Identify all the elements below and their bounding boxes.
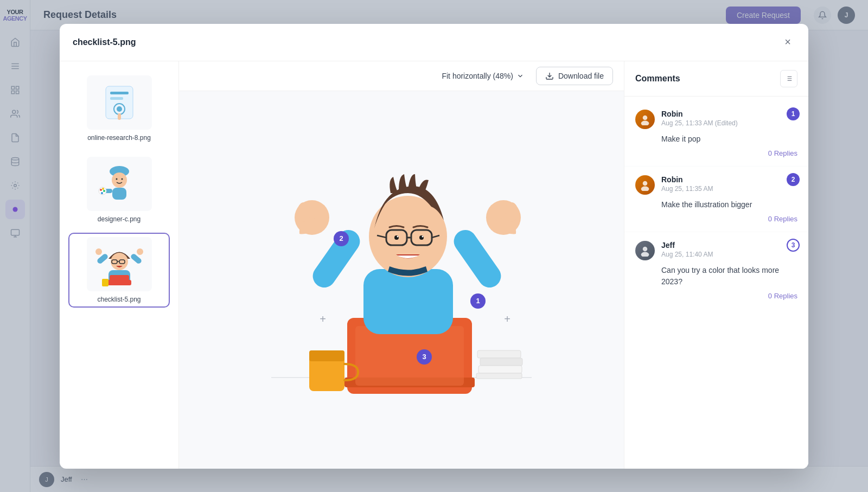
annotation-dot-1[interactable]: 1: [470, 293, 486, 309]
comment-author-1: Robin: [661, 110, 738, 118]
svg-rect-52: [480, 358, 522, 366]
svg-rect-16: [110, 97, 123, 100]
comment-top-1: Robin Aug 25, 11:33 AM (Edited): [635, 110, 797, 129]
avatar-1: [635, 110, 655, 129]
cross-marker-2: +: [502, 314, 513, 325]
comment-item-2: Robin Aug 25, 11:35 AM Make the illustra…: [624, 166, 808, 232]
illustration-container: 2 1 3 + +: [239, 139, 564, 421]
file-list-panel: online-research-8.png: [60, 61, 179, 469]
svg-point-40: [137, 248, 143, 255]
svg-point-28: [100, 189, 102, 191]
svg-point-69: [297, 202, 310, 222]
comment-meta-1: Robin Aug 25, 11:33 AM (Edited): [661, 110, 738, 127]
comments-header: Comments: [624, 61, 808, 97]
modal-body: online-research-8.png: [60, 61, 808, 469]
avatar-2: [635, 175, 655, 195]
svg-rect-51: [477, 350, 521, 358]
comment-time-1: Aug 25, 11:33 AM (Edited): [661, 119, 738, 127]
svg-rect-50: [309, 350, 344, 361]
comment-meta-3: Jeff Aug 25, 11:40 AM: [661, 241, 713, 258]
comment-body-3: Can you try a color that looks more 2023…: [661, 265, 797, 287]
comments-list: Robin Aug 25, 11:33 AM (Edited) Make it …: [624, 97, 808, 469]
svg-point-81: [643, 181, 648, 186]
svg-point-84: [641, 252, 649, 257]
comment-item-1: Robin Aug 25, 11:33 AM (Edited) Make it …: [624, 101, 808, 166]
preview-panel: Fit horizontally (48%) Download file: [179, 61, 624, 469]
modal: checklist-5.png ×: [60, 24, 808, 469]
close-button[interactable]: ×: [780, 35, 795, 50]
svg-point-80: [641, 120, 649, 125]
svg-rect-19: [118, 113, 121, 120]
avatar-3: [635, 241, 655, 260]
comment-time-3: Aug 25, 11:40 AM: [661, 251, 713, 258]
replies-link-1[interactable]: 0 Replies: [661, 149, 797, 157]
file-item-3[interactable]: checklist-5.png: [68, 233, 170, 308]
svg-rect-43: [102, 279, 108, 286]
download-icon: [545, 72, 554, 80]
fit-dropdown-button[interactable]: Fit horizontally (48%): [436, 68, 529, 84]
modal-header: checklist-5.png ×: [60, 24, 808, 61]
svg-rect-21: [116, 167, 123, 171]
svg-rect-53: [478, 366, 522, 373]
file-item-1[interactable]: online-research-8.png: [68, 70, 170, 147]
cross-marker-1: +: [317, 314, 328, 325]
comment-meta-2: Robin Aug 25, 11:35 AM: [661, 175, 713, 193]
replies-link-2[interactable]: 0 Replies: [661, 215, 797, 223]
svg-point-83: [643, 246, 648, 251]
comment-body-1: Make it pop: [661, 133, 797, 145]
annotation-dot-3[interactable]: 3: [417, 349, 432, 365]
comment-body-2: Make the illustration bigger: [661, 199, 797, 210]
svg-point-65: [397, 235, 399, 237]
svg-point-23: [116, 178, 117, 180]
svg-rect-54: [476, 373, 522, 379]
file-thumb-2: [87, 157, 152, 211]
comment-badge-2: 2: [787, 173, 800, 186]
svg-rect-70: [449, 225, 505, 291]
comment-badge-1: 1: [787, 107, 800, 120]
svg-point-29: [102, 188, 104, 190]
download-button[interactable]: Download file: [536, 67, 613, 85]
file-thumb-1: [87, 75, 152, 130]
preview-area: 2 1 3 + +: [179, 91, 624, 469]
file-name-2: designer-c.png: [98, 215, 141, 223]
comment-author-2: Robin: [661, 175, 713, 184]
file-thumb-3: [87, 237, 152, 291]
comments-panel: Comments: [624, 61, 808, 469]
comment-time-2: Aug 25, 11:35 AM: [661, 185, 713, 193]
comment-top-2: Robin Aug 25, 11:35 AM: [635, 175, 797, 195]
preview-toolbar: Fit horizontally (48%) Download file: [179, 61, 624, 91]
svg-point-22: [112, 172, 127, 188]
file-name-1: online-research-8.png: [87, 134, 151, 142]
svg-point-82: [641, 186, 649, 191]
download-label: Download file: [558, 72, 604, 80]
svg-point-18: [117, 106, 122, 112]
comment-badge-3: 3: [787, 239, 800, 252]
comment-top-3: Jeff Aug 25, 11:40 AM: [635, 241, 797, 260]
svg-point-72: [505, 202, 518, 222]
svg-point-24: [121, 178, 123, 180]
svg-point-30: [103, 190, 105, 192]
comment-item-3: Jeff Aug 25, 11:40 AM Can you try a colo…: [624, 232, 808, 309]
filter-button[interactable]: [780, 70, 797, 87]
file-name-3: checklist-5.png: [97, 296, 141, 303]
svg-point-39: [95, 248, 102, 255]
main-illustration: [239, 139, 564, 421]
replies-link-3[interactable]: 0 Replies: [661, 292, 797, 300]
file-item-2[interactable]: designer-c.png: [68, 151, 170, 228]
svg-rect-42: [110, 275, 129, 285]
annotation-dot-2[interactable]: 2: [334, 231, 349, 246]
modal-title: checklist-5.png: [73, 37, 136, 47]
modal-overlay: checklist-5.png ×: [0, 0, 868, 492]
svg-rect-25: [112, 188, 126, 200]
svg-point-31: [101, 192, 103, 194]
edited-label-1: (Edited): [715, 119, 738, 127]
svg-rect-55: [363, 269, 453, 334]
svg-rect-48: [355, 326, 464, 386]
svg-rect-15: [110, 92, 129, 94]
svg-point-66: [422, 235, 424, 237]
comment-author-3: Jeff: [661, 241, 713, 250]
svg-point-79: [643, 115, 648, 120]
filter-icon: [785, 75, 793, 82]
fit-label: Fit horizontally (48%): [442, 72, 513, 80]
comments-title: Comments: [635, 74, 680, 84]
